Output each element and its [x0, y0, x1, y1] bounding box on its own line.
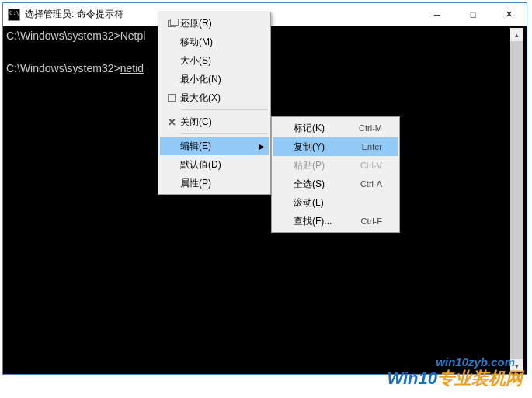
menu-paste: 粘贴(P) Ctrl-V — [273, 156, 398, 175]
menu-shortcut: Ctrl-F — [361, 216, 383, 226]
cmd-text: Netpl — [120, 29, 146, 42]
menu-label: 关闭(C) — [180, 116, 253, 129]
menu-properties[interactable]: 属性(P) — [160, 174, 269, 192]
brand-part-b: 专业装机网 — [437, 369, 523, 388]
menu-label: 复制(Y) — [294, 140, 351, 154]
menu-label: 查找(F)... — [294, 215, 350, 228]
menu-copy[interactable]: 复制(Y) Enter — [273, 137, 398, 156]
menu-label: 大小(S) — [180, 54, 253, 67]
menu-label: 最大化(X) — [180, 92, 253, 105]
menu-maximize[interactable]: 最大化(X) — [160, 88, 269, 107]
scroll-up-button[interactable]: ▴ — [510, 28, 523, 41]
menu-scroll[interactable]: 滚动(L) — [273, 193, 398, 212]
menu-shortcut: Ctrl-V — [360, 161, 382, 170]
menu-size[interactable]: 大小(S) — [160, 51, 269, 70]
menu-separator — [182, 109, 268, 110]
menu-edit[interactable]: 编辑(E) ▶ — [160, 137, 269, 155]
menu-restore[interactable]: 还原(R) — [160, 14, 269, 33]
menu-shortcut: Ctrl-M — [359, 123, 382, 133]
menu-find[interactable]: 查找(F)... Ctrl-F — [273, 212, 398, 230]
minimize-icon — [163, 78, 180, 81]
menu-label: 粘贴(P) — [294, 159, 349, 172]
menu-label: 编辑(E) — [180, 140, 253, 153]
menu-move[interactable]: 移动(M) — [160, 33, 269, 51]
close-icon: ✕ — [163, 116, 180, 128]
vertical-scrollbar[interactable]: ▴ ▾ — [510, 28, 523, 372]
menu-defaults[interactable]: 默认值(D) — [160, 155, 269, 174]
menu-label: 移动(M) — [180, 36, 253, 49]
app-icon[interactable] — [8, 9, 20, 21]
menu-label: 属性(P) — [180, 177, 253, 190]
menu-shortcut: Enter — [362, 142, 382, 151]
edit-submenu: 标记(K) Ctrl-M 复制(Y) Enter 粘贴(P) Ctrl-V 全选… — [271, 116, 400, 233]
menu-label: 滚动(L) — [294, 196, 371, 209]
prompt: C:\Windows\system32> — [6, 29, 120, 42]
menu-label: 标记(K) — [294, 122, 348, 135]
brand-part-a: Win10 — [387, 369, 437, 388]
submenu-arrow-icon: ▶ — [259, 142, 265, 151]
menu-selectall[interactable]: 全选(S) Ctrl-A — [273, 175, 398, 193]
menu-close[interactable]: ✕ 关闭(C) — [160, 112, 269, 131]
system-menu: 还原(R) 移动(M) 大小(S) 最小化(N) 最大化(X) ✕ 关闭(C) … — [158, 12, 271, 195]
menu-label: 默认值(D) — [180, 158, 253, 171]
menu-mark[interactable]: 标记(K) Ctrl-M — [273, 119, 398, 137]
maximize-icon — [163, 94, 180, 102]
scroll-thumb[interactable] — [510, 41, 523, 359]
watermark-brand: Win10专业装机网 — [387, 367, 523, 390]
menu-label: 最小化(N) — [180, 73, 253, 86]
menu-label: 全选(S) — [294, 178, 349, 191]
menu-label: 还原(R) — [180, 17, 253, 30]
menu-minimize[interactable]: 最小化(N) — [160, 70, 269, 88]
prompt: C:\Windows\system32> — [6, 62, 120, 74]
restore-icon — [163, 20, 180, 27]
cmd-text: netid — [120, 62, 144, 74]
window-controls: ─ □ ✕ — [419, 3, 527, 26]
minimize-button[interactable]: ─ — [419, 3, 455, 26]
maximize-button[interactable]: □ — [455, 3, 491, 26]
close-button[interactable]: ✕ — [491, 3, 527, 26]
menu-separator — [182, 133, 268, 134]
menu-shortcut: Ctrl-A — [360, 179, 382, 189]
